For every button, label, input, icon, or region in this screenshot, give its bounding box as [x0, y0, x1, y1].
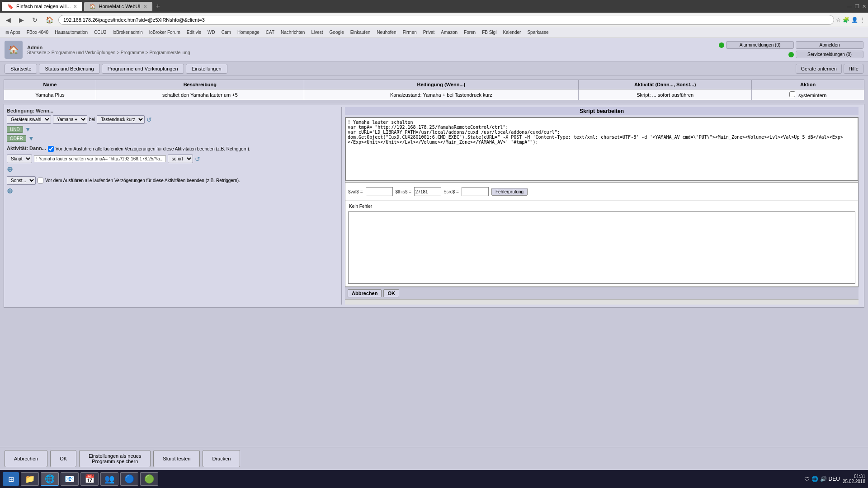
condition-refresh-icon[interactable]: ↺ [146, 116, 152, 123]
time-select[interactable]: sofort [168, 155, 193, 163]
col-condition: Bedingung (Wenn...) [304, 80, 578, 89]
bookmark-nachrichten[interactable]: Nachrichten [278, 29, 307, 36]
minimize-icon[interactable]: — [847, 4, 852, 9]
menu-icon[interactable]: ⋮ [860, 17, 865, 23]
sonst-add-button[interactable]: ⊕ [7, 187, 13, 195]
bookmark-google[interactable]: Google [327, 29, 347, 36]
logout-button[interactable]: Abmelden [796, 41, 863, 49]
address-bar[interactable]: 192.168.178.26/pages/index.htm?sid=@z5Xi… [58, 15, 834, 25]
close-icon[interactable]: ✕ [862, 4, 866, 9]
sonst-type-select[interactable]: Sonst... [7, 176, 36, 185]
einstellungen-button[interactable]: Einstellungen als neues Programm speiche… [79, 450, 151, 467]
alarm-button[interactable]: Alarmmeldungen (0) [726, 41, 794, 49]
script-ok-button[interactable]: OK [383, 289, 399, 297]
und-button[interactable]: UND [7, 126, 23, 133]
taskbar-app1[interactable]: 🔵 [120, 472, 138, 486]
src-input[interactable] [462, 187, 489, 196]
tab-inactive[interactable]: 🏠 HomeMatic WebUI ✕ [84, 2, 152, 11]
restore-icon[interactable]: ❐ [855, 4, 859, 9]
abbrechen-button[interactable]: Abbrechen [5, 450, 47, 467]
bookmark-editvis[interactable]: Edit vis [184, 29, 204, 36]
condition-value-select[interactable]: Tastendruck kurz [97, 115, 145, 124]
error-section: Kein Fehler [345, 201, 859, 287]
tab-active[interactable]: 🔖 Einfach mal zeigen will... ✕ [2, 2, 82, 11]
tab-programme[interactable]: Programme und Verknüpfungen [102, 64, 184, 74]
home-button[interactable]: 🏠 [42, 15, 57, 25]
back-button[interactable]: ◀ [3, 15, 14, 25]
bookmark-hausauto[interactable]: Hausautomation [52, 29, 90, 36]
bookmark-homepage[interactable]: Homepage [235, 29, 262, 36]
val-input[interactable] [366, 187, 393, 196]
bookmark-star-icon[interactable]: ☆ [836, 17, 841, 23]
left-panel: Bedingung: Wenn... Geräteauswahl Yamaha … [7, 107, 341, 305]
drucken-button[interactable]: Drucken [203, 450, 240, 467]
browser-title-bar: 🔖 Einfach mal zeigen will... ✕ 🏠 HomeMat… [0, 0, 868, 13]
help-button[interactable]: Hilfe [844, 64, 863, 74]
forward-button[interactable]: ▶ [16, 15, 27, 25]
script-abbrechen-button[interactable]: Abbrechen [348, 289, 382, 297]
taskbar-app2[interactable]: 🟢 [140, 472, 158, 486]
bookmark-foren[interactable]: Foren [461, 29, 478, 36]
tab-close-btn[interactable]: ✕ [73, 4, 77, 9]
shield-icon: 🛡 [804, 476, 810, 482]
sonst-checkbox[interactable] [38, 178, 43, 183]
this-input[interactable] [414, 187, 441, 196]
row-condition: Kanalzustand: Yamaha + bei Tastendruck k… [304, 89, 578, 100]
dann-checkbox[interactable] [48, 146, 54, 152]
bookmark-neuhofen[interactable]: Neuhofen [374, 29, 399, 36]
tab-einstellungen[interactable]: Einstellungen [186, 64, 227, 74]
taskbar-browser[interactable]: 🌐 [41, 472, 59, 486]
profile-icon[interactable]: 👤 [851, 17, 858, 23]
tab-active-label: Einfach mal zeigen will... [16, 4, 71, 9]
bookmark-livest[interactable]: Livest [308, 29, 326, 36]
oder-button[interactable]: ODER [7, 135, 26, 142]
taskbar-people[interactable]: 👥 [100, 472, 118, 486]
error-textarea[interactable] [348, 211, 855, 284]
network-icon: 🌐 [811, 476, 818, 482]
bookmark-kalender[interactable]: Kalender [500, 29, 524, 36]
device-value-select[interactable]: Yamaha + [53, 115, 87, 124]
bookmark-fbox[interactable]: FBox 4040 [24, 29, 51, 36]
bookmark-firmen[interactable]: Firmen [400, 29, 420, 36]
bookmark-wd[interactable]: WD [205, 29, 218, 36]
bookmark-fb-sigi[interactable]: FB Sigi [479, 29, 499, 36]
start-button[interactable]: ⊞ [3, 472, 19, 486]
script-scrollbar[interactable] [345, 299, 859, 305]
device-button[interactable]: Geräte anlernen [796, 64, 842, 74]
bookmark-amazon[interactable]: Amazon [438, 29, 460, 36]
dann-add-button[interactable]: ⊕ [7, 165, 13, 174]
bookmark-cat[interactable]: CAT [263, 29, 277, 36]
bookmark-sparkasse[interactable]: Sparkasse [524, 29, 551, 36]
taskbar-mail[interactable]: 📧 [61, 472, 79, 486]
service-button[interactable]: Servicemeldungen (0) [796, 51, 863, 58]
script-type-select[interactable]: Skript [7, 155, 32, 163]
bookmark-iobroker-admin[interactable]: ioBroker.admin [110, 29, 146, 36]
bookmark-privat[interactable]: Privat [420, 29, 438, 36]
new-tab-button[interactable]: + [154, 2, 162, 10]
col-name: Name [4, 80, 96, 89]
tab-startseite[interactable]: Startseite [5, 64, 37, 74]
nav-bar: ◀ ▶ ↻ 🏠 192.168.178.26/pages/index.htm?s… [0, 13, 868, 27]
extension-icon[interactable]: 🧩 [843, 17, 849, 23]
breadcrumb: Startseite > Programme und Verknüpfungen… [27, 50, 190, 55]
tab-inactive-close[interactable]: ✕ [143, 4, 147, 9]
dann-refresh-icon[interactable]: ↺ [195, 155, 200, 163]
app-header: 🏠 Admin Startseite > Programme und Verkn… [0, 38, 868, 62]
script-textarea[interactable]: ! Yamaha lauter schalten var tmpA= "http… [345, 117, 858, 181]
bookmark-apps[interactable]: ⊞ Apps [3, 29, 23, 36]
taskbar-file-explorer[interactable]: 📁 [21, 472, 39, 486]
action-checkbox[interactable] [789, 91, 795, 97]
skript-testen-button[interactable]: Skript testen [153, 450, 200, 467]
ok-button[interactable]: OK [50, 450, 76, 467]
fehler-button[interactable]: Fehlerprüfung [491, 188, 528, 196]
bookmark-einkaufen[interactable]: Einkaufen [348, 29, 373, 36]
bookmark-cam[interactable]: Cam [219, 29, 234, 36]
tab-status[interactable]: Status und Bedienung [39, 64, 99, 74]
app-header-left: 🏠 Admin Startseite > Programme und Verkn… [5, 41, 190, 59]
content-area: Name Beschreibung Bedingung (Wenn...) Ak… [0, 76, 868, 311]
device-select[interactable]: Geräteauswahl [7, 115, 51, 124]
bookmark-ccu2[interactable]: CCU2 [91, 29, 109, 36]
taskbar-outlook[interactable]: 📅 [80, 472, 99, 486]
bookmark-iobroker-forum[interactable]: ioBroker Forum [146, 29, 183, 36]
refresh-button[interactable]: ↻ [29, 15, 41, 25]
